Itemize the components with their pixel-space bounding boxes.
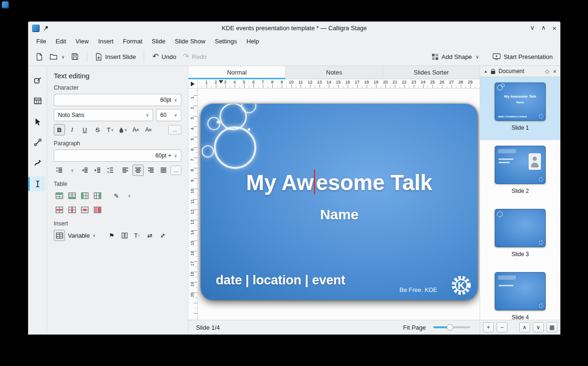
desktop-shortcut-icon[interactable] <box>2 1 9 8</box>
tab-notes[interactable]: Notes <box>286 66 383 79</box>
move-slide-down-button[interactable]: ∨ <box>533 322 544 333</box>
character-style-combo[interactable]: 60pt ∨ <box>54 94 181 106</box>
decrease-indent-button[interactable] <box>79 165 90 176</box>
window-close-button[interactable]: × <box>552 25 556 32</box>
insert-slide-button[interactable]: Insert Slide <box>92 50 139 63</box>
menu-settings[interactable]: Settings <box>211 36 241 47</box>
font-size-combo[interactable]: 60 ∨ <box>156 109 181 121</box>
zoom-slider-handle[interactable] <box>447 324 453 331</box>
insert-variable-button[interactable]: Variable ∨ <box>66 230 98 241</box>
tool-text[interactable] <box>30 176 45 191</box>
table-style-dropdown[interactable]: ∨ <box>123 190 135 201</box>
tool-connector[interactable] <box>30 135 45 150</box>
align-center-button[interactable] <box>132 165 144 176</box>
list-format-button[interactable] <box>54 165 65 176</box>
character-more-button[interactable]: ... <box>168 125 181 134</box>
bold-button[interactable]: B <box>54 124 65 135</box>
pin-icon[interactable] <box>43 25 49 31</box>
insert-bookmark-button[interactable]: ⚑ <box>106 230 117 241</box>
menu-insert[interactable]: Insert <box>94 36 118 47</box>
align-justify-button[interactable] <box>158 165 169 176</box>
slide-editing-surface[interactable]: My Awesome Talk Name date | location | e… <box>201 104 478 300</box>
delete-row-button[interactable] <box>54 204 65 216</box>
start-presentation-button[interactable]: Start Presentation <box>490 50 555 63</box>
remove-slide-button[interactable]: − <box>497 322 507 333</box>
slide-title-textframe[interactable]: My Awesome Talk <box>201 170 478 195</box>
change-case-button[interactable]: T∨ <box>105 124 116 135</box>
slide-footer-textframe[interactable]: date | location | event <box>216 273 345 288</box>
subscript-button[interactable]: AB <box>143 124 154 135</box>
tab-normal[interactable]: Normal <box>188 66 286 79</box>
slide-3-thumbnail[interactable] <box>495 209 546 247</box>
tool-edit-shapes[interactable] <box>30 73 45 88</box>
italic-button[interactable]: I <box>66 124 78 135</box>
superscript-button[interactable]: AA <box>130 124 141 135</box>
window-maximize-button[interactable]: ∧ <box>541 25 546 32</box>
slide-item-1[interactable]: My Awesome Talk Name date | location | e… <box>480 77 560 140</box>
horizontal-ruler[interactable]: 1234567891011121314151617181920212223242… <box>198 79 480 88</box>
table-style-pen-button[interactable]: ✎ <box>111 190 122 201</box>
align-right-button[interactable] <box>145 165 156 176</box>
slide-canvas[interactable]: My Awesome Talk Name date | location | e… <box>198 89 480 320</box>
paragraph-style-combo[interactable]: 60pt + ∨ <box>54 150 181 162</box>
insert-row-below-button[interactable] <box>66 190 78 201</box>
underline-button[interactable]: U <box>79 124 90 135</box>
window-shade-button[interactable]: ∨ <box>530 25 535 32</box>
float-docker-icon[interactable]: ◇ <box>545 68 549 75</box>
line-spacing-button[interactable] <box>105 165 116 176</box>
insert-section-button[interactable] <box>119 230 130 241</box>
insert-row-above-button[interactable] <box>54 190 65 201</box>
view-mode-button[interactable]: ▦ <box>547 322 557 333</box>
tool-table[interactable] <box>30 93 45 108</box>
slide-subtitle-textframe[interactable]: Name <box>201 207 478 223</box>
autofit-button[interactable] <box>157 230 168 241</box>
text-color-button[interactable]: ∨ <box>117 124 129 135</box>
paragraph-more-button[interactable]: ... <box>171 166 181 175</box>
titlebar[interactable]: KDE events presentation template * — Cal… <box>28 22 560 34</box>
menu-help[interactable]: Help <box>242 36 263 47</box>
close-docker-icon[interactable]: × <box>553 68 556 75</box>
lock-icon[interactable] <box>491 71 495 74</box>
collapse-icon[interactable]: ▲ <box>484 69 488 74</box>
align-left-button[interactable] <box>120 165 131 176</box>
slide-item-3[interactable]: Slide 3 <box>480 203 560 266</box>
indent-marker-icon[interactable] <box>219 80 223 83</box>
undo-button[interactable]: ↶ Undo <box>149 50 179 63</box>
slide-item-2[interactable]: Slide 2 <box>480 140 560 203</box>
slide-1-thumbnail[interactable]: My Awesome Talk Name date | location | e… <box>495 83 546 121</box>
tool-calligraphy[interactable] <box>30 156 45 171</box>
merge-cells-button[interactable] <box>79 204 90 216</box>
open-document-button[interactable]: ∨ <box>47 51 67 63</box>
zoom-slider[interactable] <box>433 326 470 328</box>
slide-4-thumbnail[interactable] <box>495 272 546 310</box>
new-document-button[interactable] <box>33 50 46 63</box>
slide-2-thumbnail[interactable] <box>495 146 546 184</box>
menu-slide[interactable]: Slide <box>147 36 170 47</box>
menu-format[interactable]: Format <box>119 36 147 47</box>
slide-item-4[interactable]: Slide 4 <box>480 266 560 320</box>
save-document-button[interactable] <box>68 50 82 63</box>
font-family-combo[interactable]: Noto Sans ∨ <box>54 109 153 121</box>
menu-file[interactable]: File <box>32 36 50 47</box>
zoom-mode-label[interactable]: Fit Page <box>403 324 426 331</box>
vertical-ruler[interactable]: 1234567891011121314151617181920 <box>188 89 198 320</box>
redo-button[interactable]: ↷ Redo <box>180 50 209 63</box>
tool-select[interactable] <box>30 114 45 129</box>
menu-slideshow[interactable]: Slide Show <box>171 36 210 47</box>
split-cells-button[interactable] <box>92 204 103 216</box>
text-direction-button[interactable]: T↑ <box>131 230 143 241</box>
insert-table-button[interactable] <box>54 230 65 241</box>
increase-indent-button[interactable] <box>92 165 103 176</box>
swap-direction-button[interactable]: ⇄ <box>144 230 155 241</box>
insert-column-left-button[interactable] <box>79 190 90 201</box>
tab-slides-sorter[interactable]: Slides Sorter <box>383 66 480 79</box>
menu-edit[interactable]: Edit <box>51 36 70 47</box>
delete-column-button[interactable] <box>66 204 78 216</box>
strikethrough-button[interactable]: S <box>92 124 103 135</box>
add-slide-button[interactable]: + <box>483 322 494 333</box>
menu-view[interactable]: View <box>71 36 93 47</box>
insert-column-right-button[interactable] <box>92 190 103 201</box>
move-slide-up-button[interactable]: ∧ <box>519 322 530 333</box>
list-style-dropdown[interactable]: ∨ <box>66 165 78 176</box>
add-shape-button[interactable]: Add Shape ∨ <box>429 51 482 63</box>
